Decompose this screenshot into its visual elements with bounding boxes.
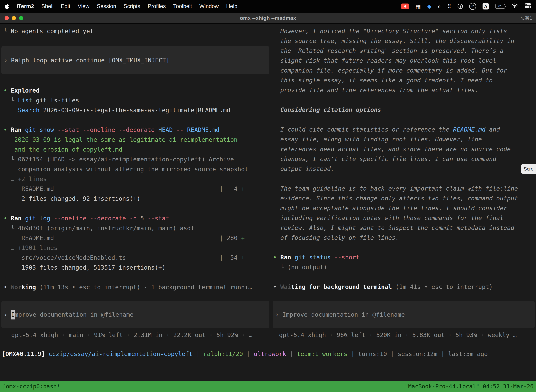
control-center-icon[interactable] [524,3,531,10]
menu-item[interactable]: Scripts [124,3,140,9]
text-segment: (no output) [287,264,327,271]
text-segment: --stat [148,215,169,222]
menu-item[interactable]: Window [199,3,219,9]
menu-item[interactable]: Help [226,3,237,9]
screen-recording-icon[interactable] [401,4,409,9]
terminal-line: • Working (11m 13s • esc to interrupt) ·… [4,282,271,292]
terminal-line: • Ran git show --stat --oneline --decora… [4,125,271,135]
right-pane[interactable]: However, I noticed the "Directory Struct… [271,24,536,344]
window-grid-icon[interactable]: ▦ [416,4,421,9]
text-segment: the source tree, missing the essay. Stil… [273,37,514,44]
traffic-lights [0,16,23,20]
text-segment: references need actual files, and since … [273,146,511,153]
text-segment [50,215,54,222]
menu-item[interactable]: Toolbelt [173,3,192,9]
text-segment: provide file and line references from th… [273,87,478,93]
text-segment: | [437,350,448,357]
minimize-window-button[interactable] [12,16,16,20]
text-segment: README.md | 4 [4,185,241,192]
zoom-window-button[interactable] [19,16,23,20]
text-segment: + [241,254,245,261]
terminal-line: └ 4b9d30f (origin/main, instructkr/main,… [4,223,271,233]
diamond-app-icon[interactable]: ◆ [427,4,431,9]
text-segment [36,284,39,291]
terminal-line: 1903 files changed, 513517 insertions(+) [4,263,271,272]
terminal-line: this single essay, it seems like a good … [273,75,536,85]
text-segment: … +1901 lines [4,244,57,251]
menu-item-iterm2[interactable]: iTerm2 [17,3,34,9]
text-segment: and-the-erosion-of-copyleft.md [4,146,122,153]
left-pane[interactable]: └ No agents completed yet › Ralph loop a… [0,24,271,344]
text-segment: (11m 13s • esc to interrupt) [40,284,140,291]
text-segment: 5 [137,215,147,222]
terminal-line: However, I noticed the "Directory Struct… [273,26,536,36]
keyhole-icon[interactable] [458,4,463,9]
right-transcript: However, I noticed the "Directory Struct… [271,26,536,292]
text-segment: evidence. Since this change only affects… [273,195,518,202]
text-segment [392,283,396,290]
apple-menu-icon[interactable] [5,4,9,9]
text-segment: • [273,254,280,261]
text-segment: -- [176,126,184,133]
text-segment: the "Related research writing" section i… [273,47,503,54]
battery-icon[interactable]: 61 [495,4,505,9]
input-source-icon[interactable]: A [483,3,489,9]
menu-item[interactable]: Profiles [148,3,166,9]
ralph-loop-banner: › Ralph loop active continue [OMX_TMUX_I… [1,46,269,74]
text-segment: • [273,283,280,290]
wifi-icon[interactable] [511,3,518,10]
text-segment: • [4,87,11,94]
text-cursor: I [11,310,14,319]
close-window-button[interactable] [5,16,9,20]
text-segment: last:5m ago [448,350,488,357]
terminal-line [273,95,536,105]
terminal-line: companion analysis without altering the … [4,164,271,174]
dots-grid-icon[interactable]: ⠿ [447,4,451,9]
text-segment [291,254,295,261]
window-shortcut-hint: ⌥⌘1 [519,15,532,21]
model-status-right: gpt-5.4 xhigh · 96% left · 520K in · 5.8… [279,330,536,340]
text-segment: However, I noticed the "Directory Struct… [273,28,507,35]
text-segment: --oneline --decorate [54,215,126,222]
text-segment: [OMX#0.11.9] [2,350,45,357]
text-segment: The team guideline is to back every impo… [273,185,518,192]
text-segment: ralph:11/20 [203,350,243,357]
text-segment: review. Also, I might want to inspect th… [273,224,514,231]
terminal-line [273,243,536,252]
text-segment: git ls-files [32,97,79,104]
menu-item[interactable]: Session [97,3,116,9]
prompt-input-left[interactable]: › Improve documentation in @filename [1,301,269,328]
terminal-line [273,272,536,282]
text-segment: slight risk that future readers may over… [273,57,496,64]
text-segment: README.md [453,126,486,133]
terminal-line: and-the-erosion-of-copyleft.md [4,145,271,154]
battery-gauge-icon[interactable]: .61 [469,3,476,10]
text-segment: git log [25,215,50,222]
terminal-line: • Waiting for background terminal (1m 41… [273,282,536,292]
terminal-line: … +2 lines [4,174,271,184]
text-segment: README.md [187,126,220,133]
text-segment: Ralph loop active continue [OMX_TMUX_INJ… [11,57,170,64]
terminal-line: changes, I can't cite specific file line… [273,154,536,164]
text-segment: | [286,350,297,357]
agents-summary-line: └ No agents completed yet [4,26,271,36]
text-segment: Wai [280,283,291,290]
terminal-line: the source tree, missing the essay. Stil… [273,36,536,46]
text-segment: this single essay, it seems like a good … [273,77,493,84]
menu-item[interactable]: Shell [41,3,53,9]
menu-item[interactable]: View [78,3,90,9]
macos-menu-bar: iTerm2 ShellEditViewSessionScriptsProfil… [0,0,536,13]
text-segment: -n [129,215,137,222]
menu-item[interactable]: Edit [61,3,70,9]
text-segment: └ [4,156,18,163]
prompt-input-right[interactable]: › Improve documentation in @filename [273,301,535,328]
text-segment: Ran [11,126,21,133]
screen-share-overlay[interactable]: Scre [521,164,536,174]
model-status-left: gpt-5.4 xhigh · main · 91% left · 2.31M … [11,330,271,340]
terminal: └ No agents completed yet › Ralph loop a… [0,24,536,392]
half-circle-icon[interactable]: ◐ [438,4,441,9]
terminal-line: provide file and line references from th… [273,85,536,95]
terminal-line: • Ran git log --oneline --decorate -n 5 … [4,213,271,223]
text-segment: | [192,350,203,357]
terminal-line: including verification notes with those … [273,213,536,223]
